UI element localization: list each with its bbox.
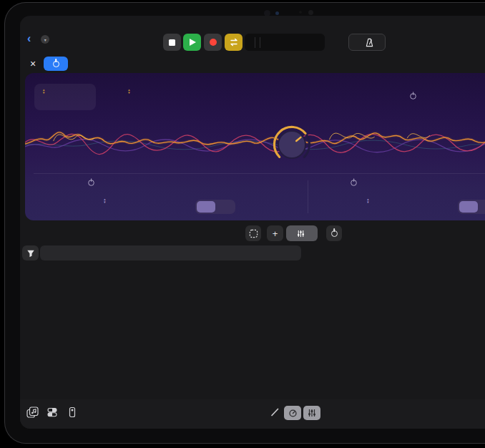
tracks-icon[interactable] (46, 406, 58, 421)
waveform-display (25, 112, 485, 175)
marquee-select-button[interactable] (245, 225, 261, 241)
stepper-icon: ▴▾ (104, 198, 105, 204)
count-in-button[interactable] (348, 34, 386, 51)
bypass-power-icon[interactable] (410, 93, 416, 99)
sensor-dot2 (308, 10, 313, 15)
filter-icon (26, 249, 35, 258)
smart-controls-button[interactable] (284, 406, 301, 420)
cycle-button[interactable] (225, 34, 242, 51)
play-button[interactable] (183, 34, 201, 51)
close-icon[interactable]: × (30, 59, 36, 69)
highcut-power-icon[interactable] (351, 180, 357, 186)
chromaglow-panel: ▴▾ ▴▾ (25, 73, 485, 220)
record-button[interactable] (204, 34, 222, 51)
stepper-icon: ▴▾ (367, 198, 368, 204)
lowcut-pre-post-toggle[interactable] (195, 200, 235, 214)
plugin-header: × (20, 54, 485, 73)
style-selector[interactable]: ▴▾ (105, 87, 151, 94)
stepper-icon: ▴▾ (128, 89, 129, 94)
lowcut-power-icon[interactable] (88, 180, 94, 186)
add-track-button[interactable]: + (267, 225, 283, 241)
mixer-toolbar: + (20, 223, 485, 244)
screen: ‹ ▾ (20, 16, 485, 429)
visible-range-highlight (40, 245, 301, 260)
meter-bridge (20, 245, 485, 262)
divider (308, 180, 308, 213)
faders-icon (308, 409, 316, 417)
metronome-icon (365, 38, 374, 47)
mixer-view-button[interactable] (303, 406, 320, 420)
post-button[interactable] (478, 201, 485, 213)
cycle-icon (229, 38, 239, 47)
title-dropdown-icon[interactable]: ▾ (41, 35, 49, 44)
mixer-power-button[interactable] (326, 225, 342, 241)
power-icon (331, 230, 338, 237)
highcut-resonance[interactable] (416, 196, 455, 198)
loops-browser-icon[interactable] (26, 406, 39, 422)
knob-icon (288, 409, 298, 418)
camera-lens (275, 11, 279, 15)
power-icon (53, 61, 59, 67)
filter-button[interactable] (22, 245, 39, 260)
channel-strips (20, 262, 485, 399)
sensor-dot (299, 11, 302, 14)
stop-icon (169, 39, 175, 46)
pencil-icon[interactable] (269, 406, 280, 421)
play-icon (190, 39, 196, 46)
bypass-control[interactable] (418, 88, 459, 89)
stop-button[interactable] (163, 34, 181, 51)
status-bar (30, 19, 36, 29)
record-icon (210, 39, 217, 46)
marquee-icon (249, 229, 258, 238)
drive-knob[interactable] (272, 125, 312, 165)
bottom-toolbar (20, 399, 485, 429)
mix-faders-icon (297, 230, 305, 238)
plugin-power-button[interactable] (44, 57, 68, 71)
pre-button[interactable] (459, 201, 478, 213)
highcut-pre-post-toggle[interactable] (458, 200, 485, 214)
back-chevron-icon[interactable]: ‹ (27, 33, 31, 44)
post-button[interactable] (215, 201, 234, 213)
highcut-frequency[interactable] (381, 196, 421, 198)
model-selector[interactable]: ▴▾ (34, 84, 96, 110)
lowcut-resonance[interactable] (154, 196, 192, 198)
level-control[interactable] (467, 88, 485, 89)
plugin-port-icon[interactable] (67, 406, 78, 421)
pre-button[interactable] (197, 201, 215, 213)
lowcut-frequency[interactable] (118, 196, 158, 198)
stepper-icon: ▴▾ (43, 89, 44, 94)
divider (34, 173, 485, 174)
lcd-display[interactable] (245, 34, 325, 51)
transport-bar: ‹ ▾ (20, 31, 485, 54)
mix-button[interactable] (286, 225, 318, 241)
